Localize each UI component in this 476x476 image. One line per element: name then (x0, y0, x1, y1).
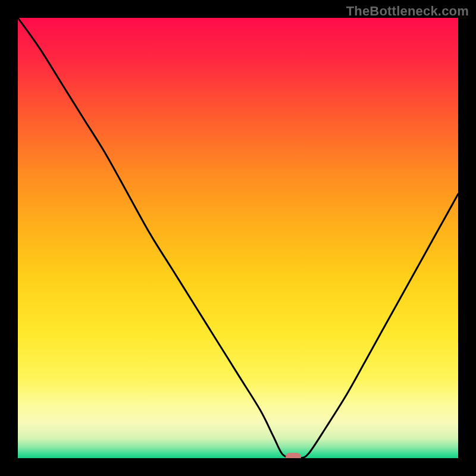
plot-area (18, 18, 458, 458)
svg-rect-0 (18, 18, 458, 458)
watermark-text: TheBottleneck.com (346, 4, 469, 19)
background-gradient (18, 18, 458, 458)
optimal-point-marker (286, 453, 301, 458)
chart-frame: TheBottleneck.com (0, 0, 476, 476)
